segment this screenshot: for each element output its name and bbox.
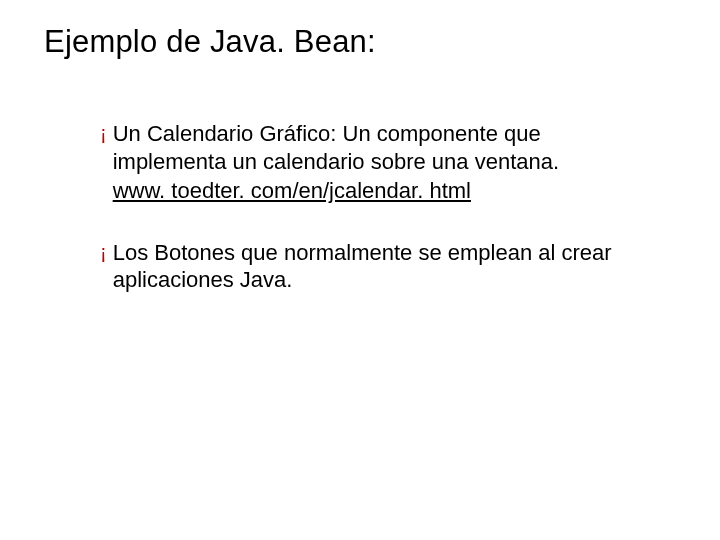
slide-title: Ejemplo de Java. Bean: — [44, 24, 680, 60]
list-item: ¡ Los Botones que normalmente se emplean… — [100, 239, 660, 294]
bullet-marker-icon: ¡ — [100, 239, 107, 266]
list-item: ¡ Un Calendario Gráfico: Un componente q… — [100, 120, 660, 205]
slide: Ejemplo de Java. Bean: ¡ Un Calendario G… — [0, 0, 720, 540]
bullet-marker-icon: ¡ — [100, 120, 107, 147]
bullet-text: Los Botones que normalmente se emplean a… — [113, 240, 612, 293]
bullet-body: Un Calendario Gráfico: Un componente que… — [113, 120, 660, 205]
bullet-body: Los Botones que normalmente se emplean a… — [113, 239, 660, 294]
bullet-text: Un Calendario Gráfico: Un componente que… — [113, 121, 559, 174]
bullet-list: ¡ Un Calendario Gráfico: Un componente q… — [100, 120, 660, 294]
bullet-link[interactable]: www. toedter. com/en/jcalendar. html — [113, 177, 471, 205]
